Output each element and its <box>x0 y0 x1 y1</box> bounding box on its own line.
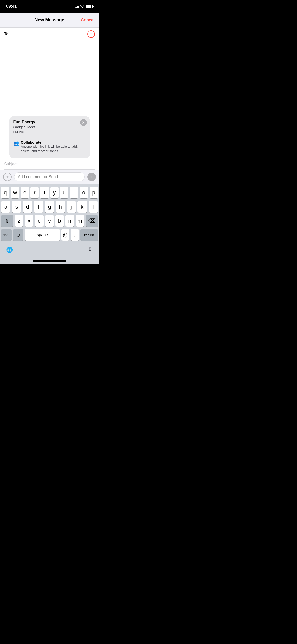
key-g[interactable]: g <box>45 201 54 213</box>
share-card-wrapper: Fun Energy Gadget Hacks  Music ✕ 👥 Coll… <box>0 111 99 158</box>
signal-bars-icon <box>75 5 79 8</box>
key-d[interactable]: d <box>23 201 32 213</box>
keyboard-row-3: ⇧ z x c v b n m ⌫ <box>1 215 98 227</box>
key-q[interactable]: q <box>1 187 9 198</box>
share-card-bottom: 👥 Collaborate Anyone with the link will … <box>9 137 90 158</box>
key-k[interactable]: k <box>77 201 87 213</box>
share-card-service:  Music <box>13 130 86 134</box>
period-key[interactable]: . <box>71 229 79 241</box>
key-j[interactable]: j <box>67 201 76 213</box>
share-card: Fun Energy Gadget Hacks  Music ✕ 👥 Coll… <box>9 116 90 158</box>
microphone-icon[interactable]: 🎙 <box>87 247 93 253</box>
key-v[interactable]: v <box>45 215 54 227</box>
key-m[interactable]: m <box>76 215 84 227</box>
to-input[interactable] <box>11 32 87 36</box>
apple-music-logo:  <box>13 130 15 134</box>
home-indicator <box>0 257 99 264</box>
message-area <box>0 41 99 111</box>
comment-input[interactable] <box>14 172 85 181</box>
emoji-key[interactable]: ☺ <box>13 229 24 241</box>
nav-title: New Message <box>34 17 64 23</box>
to-field: To: + <box>0 28 99 41</box>
share-card-service-label: Music <box>15 130 24 134</box>
key-s[interactable]: s <box>12 201 21 213</box>
key-r[interactable]: r <box>30 187 39 198</box>
collaborate-content: Collaborate Anyone with the link will be… <box>21 140 86 153</box>
key-u[interactable]: u <box>60 187 68 198</box>
key-o[interactable]: o <box>80 187 88 198</box>
send-arrow-icon: ↑ <box>91 174 93 179</box>
key-w[interactable]: w <box>11 187 19 198</box>
add-recipient-button[interactable]: + <box>87 30 95 38</box>
shift-key[interactable]: ⇧ <box>1 215 13 227</box>
key-l[interactable]: l <box>89 201 98 213</box>
globe-icon[interactable]: 🌐 <box>6 247 13 253</box>
keyboard-row-2: a s d f g h j k l <box>1 201 98 213</box>
key-t[interactable]: t <box>40 187 49 198</box>
space-key[interactable]: space <box>25 229 60 241</box>
share-card-top: Fun Energy Gadget Hacks  Music ✕ <box>9 116 90 137</box>
collaborate-title: Collaborate <box>21 140 86 144</box>
numbers-key[interactable]: 123 <box>1 229 12 241</box>
nav-bar: New Message Cancel <box>0 13 99 28</box>
key-e[interactable]: e <box>21 187 29 198</box>
key-a[interactable]: a <box>1 201 10 213</box>
key-y[interactable]: y <box>50 187 59 198</box>
status-icons <box>75 4 93 8</box>
key-x[interactable]: x <box>25 215 33 227</box>
subject-field[interactable]: Subject <box>4 158 95 170</box>
share-card-close-button[interactable]: ✕ <box>80 119 87 126</box>
key-c[interactable]: c <box>35 215 44 227</box>
keyboard-row-4: 123 ☺ space @ . return <box>1 229 98 241</box>
share-card-subtitle: Gadget Hacks <box>13 125 86 129</box>
at-key[interactable]: @ <box>61 229 69 241</box>
add-attachment-button[interactable]: + <box>3 173 12 181</box>
home-bar <box>33 260 66 262</box>
key-b[interactable]: b <box>55 215 64 227</box>
key-z[interactable]: z <box>15 215 23 227</box>
collaborate-row: 👥 Collaborate Anyone with the link will … <box>13 140 86 153</box>
key-f[interactable]: f <box>34 201 43 213</box>
keyboard: q w e r t y u i o p a s d f g h j k l ⇧ … <box>0 184 99 244</box>
delete-key[interactable]: ⌫ <box>86 215 98 227</box>
collaborate-desc: Anyone with the link will be able to add… <box>21 144 86 153</box>
return-key[interactable]: return <box>80 229 98 241</box>
share-card-title: Fun Energy <box>13 120 86 124</box>
battery-icon <box>86 5 93 8</box>
key-i[interactable]: i <box>70 187 78 198</box>
message-input-row: + ↑ <box>0 170 99 184</box>
subject-placeholder: Subject <box>4 162 17 166</box>
status-bar: 09:41 <box>0 0 99 13</box>
compose-area: Subject <box>0 158 99 170</box>
collaborate-icon: 👥 <box>13 140 19 146</box>
key-h[interactable]: h <box>56 201 65 213</box>
key-n[interactable]: n <box>65 215 74 227</box>
key-p[interactable]: p <box>90 187 98 198</box>
keyboard-bottom: 🌐 🎙 <box>0 244 99 257</box>
cancel-button[interactable]: Cancel <box>81 18 94 23</box>
status-time: 09:41 <box>6 4 17 9</box>
keyboard-row-1: q w e r t y u i o p <box>1 187 98 198</box>
send-button[interactable]: ↑ <box>87 173 96 181</box>
to-label: To: <box>4 32 9 36</box>
wifi-icon <box>80 4 84 8</box>
